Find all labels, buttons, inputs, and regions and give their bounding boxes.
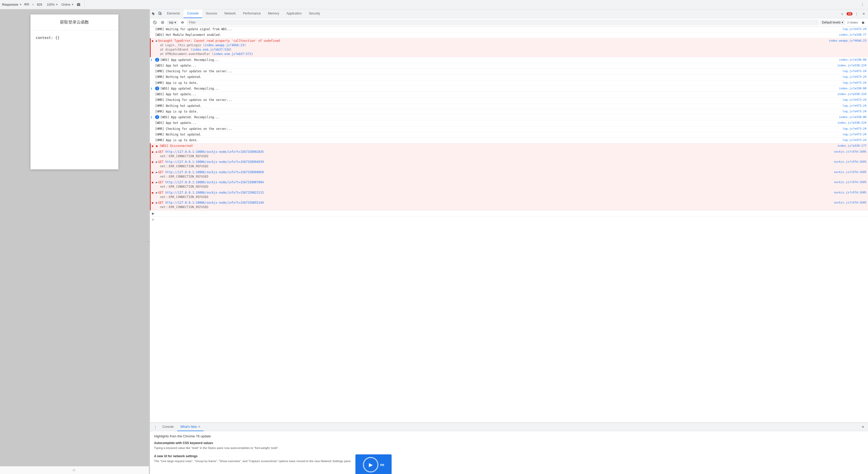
tab-memory[interactable]: Memory bbox=[265, 9, 283, 18]
inspect-element-button[interactable] bbox=[150, 10, 157, 17]
stack-link[interactable]: index.esm.js?eb37:572 bbox=[214, 52, 251, 56]
bottom-panel-more-options[interactable]: ⋮ bbox=[152, 424, 159, 430]
bottom-panel-close-button[interactable]: ✕ bbox=[860, 424, 866, 430]
prompt-expand[interactable]: ▶ bbox=[152, 212, 154, 215]
row-source-link[interactable]: index.js?a338:224 bbox=[832, 64, 866, 68]
row-source-link[interactable]: index.js?a338:77 bbox=[834, 33, 866, 37]
error-icon: ● bbox=[152, 160, 154, 165]
log-levels-button[interactable]: Default levels ▾ bbox=[820, 20, 845, 25]
tab-security[interactable]: Security bbox=[305, 9, 323, 18]
console-prompt-arrow: > bbox=[152, 217, 154, 222]
clear-console-button[interactable] bbox=[152, 19, 158, 26]
whats-new-thumbnail[interactable]: ▶ ne bbox=[355, 454, 392, 474]
screenshot-button[interactable] bbox=[75, 1, 82, 8]
row-source-link[interactable]: log.js?e473:24 bbox=[837, 138, 866, 142]
row-source-link[interactable]: log.js?e473:24 bbox=[837, 69, 866, 74]
height-value[interactable]: 829 bbox=[36, 3, 43, 6]
network-label[interactable]: Online bbox=[61, 3, 70, 6]
resize-handle[interactable]: ⁞ bbox=[148, 9, 149, 474]
expand-arrow[interactable]: ▶ bbox=[156, 191, 158, 195]
console-row: ℹ 2 [WDS] App updated. Recompiling... in… bbox=[150, 114, 868, 120]
error-sub: net::ERR_CONNECTION_REFUSED bbox=[156, 205, 866, 209]
row-source-link[interactable]: index.js?a338:224 bbox=[832, 121, 866, 125]
expand-arrow[interactable]: ▶ bbox=[156, 180, 158, 184]
width-value[interactable]: 400 bbox=[23, 3, 30, 6]
drag-handle-dots: ⁞ bbox=[147, 241, 150, 243]
main-layout: 获取登录云函数 context: {} ⁞ ≡ Elements bbox=[0, 9, 868, 474]
bottom-panel-body: Highlights from the Chrome 76 update Aut… bbox=[150, 431, 868, 474]
expand-arrow[interactable]: ▶ bbox=[156, 201, 158, 205]
row-source-link[interactable]: index.js?a338:80 bbox=[834, 87, 866, 91]
row-message: [HMR] Nothing hot updated. bbox=[155, 104, 837, 108]
console-row: [WDS] App hot update... index.js?a338:22… bbox=[150, 92, 868, 97]
stack-link[interactable]: index.weapp.js?46b6:23 bbox=[205, 43, 244, 47]
row-source-link[interactable]: log.js?e473:24 bbox=[837, 132, 866, 137]
info-icon: ℹ bbox=[151, 58, 152, 63]
row-source-link[interactable]: sockjs.js?c97d:1605 bbox=[829, 180, 866, 184]
row-source-link[interactable]: index.js?a338:177 bbox=[832, 144, 866, 148]
preserve-log-button[interactable] bbox=[159, 19, 166, 26]
row-source-link[interactable]: sockjs.js?c97d:1605 bbox=[829, 201, 866, 205]
row-source-link[interactable]: sockjs.js?c97d:1605 bbox=[829, 170, 866, 174]
tab-console[interactable]: Console bbox=[184, 9, 202, 18]
row-source-link[interactable]: index.js?a338:80 bbox=[834, 58, 866, 62]
row-message: [WDS] App hot update... bbox=[155, 64, 832, 68]
row-source-link[interactable]: log.js?e473:24 bbox=[837, 75, 866, 79]
tab-application[interactable]: Application bbox=[283, 9, 305, 18]
row-message: [HMR] Nothing hot updated. bbox=[155, 132, 837, 137]
console-row: [HMR] Nothing hot updated. log.js?e473:2… bbox=[150, 74, 868, 80]
row-source-link[interactable]: index.js?a338:224 bbox=[832, 92, 866, 97]
row-source-link[interactable]: index.js?a338:80 bbox=[834, 115, 866, 120]
error-sub: net::ERR_CONNECTION_REFUSED bbox=[156, 154, 866, 159]
tab-elements[interactable]: Elements bbox=[163, 9, 184, 18]
row-source-link[interactable]: log.js?e473:24 bbox=[837, 27, 866, 32]
eye-button[interactable] bbox=[179, 19, 186, 26]
expand-arrow[interactable]: ▶ bbox=[156, 150, 158, 154]
expand-arrow[interactable]: ▶ bbox=[156, 39, 158, 43]
filter-input[interactable] bbox=[187, 20, 819, 25]
zoom-dropdown-icon: ▾ bbox=[56, 3, 58, 6]
zoom-label[interactable]: 100% bbox=[47, 3, 55, 6]
row-source-link[interactable]: sockjs.js?c97d:1605 bbox=[829, 160, 866, 164]
bottom-tab-whats-new[interactable]: What's New ✕ bbox=[177, 423, 204, 431]
tab-performance[interactable]: Performance bbox=[239, 9, 265, 18]
expand-arrow[interactable]: ▶ bbox=[156, 160, 158, 164]
bottom-tab-close-button[interactable]: ✕ bbox=[198, 425, 200, 429]
context-selector[interactable]: top ▾ bbox=[167, 20, 178, 25]
device-toolbar-button[interactable] bbox=[157, 10, 163, 17]
context-value: top bbox=[169, 21, 174, 24]
tab-more-actions: » 13 ⋮ ✕ bbox=[839, 10, 868, 17]
tab-network[interactable]: Network bbox=[221, 9, 239, 18]
more-options-button[interactable]: ⋮ bbox=[859, 1, 866, 8]
error-icon: ● bbox=[152, 150, 154, 155]
console-row: [HMR] Checking for updates on the server… bbox=[150, 97, 868, 103]
devtools-more-options[interactable]: ⋮ bbox=[853, 10, 860, 17]
repeat-count: 2 bbox=[155, 87, 159, 90]
more-tabs-button[interactable]: » bbox=[839, 10, 845, 17]
row-source-link[interactable]: sockjs.js?c97d:1605 bbox=[829, 191, 866, 195]
row-source-link[interactable]: index.weapp.js?46b6:23 bbox=[824, 39, 866, 43]
more-options-icon: ⋮ bbox=[861, 3, 864, 6]
svg-rect-1 bbox=[160, 13, 161, 15]
bottom-bar-decoration: ≡ bbox=[73, 468, 76, 473]
row-message: [WDS] App hot update... bbox=[155, 121, 832, 125]
row-source-link[interactable]: sockjs.js?c97d:1605 bbox=[829, 150, 866, 154]
row-source-link[interactable]: log.js?e473:24 bbox=[837, 98, 866, 102]
error-icon: ● bbox=[152, 201, 154, 205]
row-message: GET http://127.0.0.1:10086/sockjs-node/i… bbox=[158, 191, 829, 195]
stack-link[interactable]: index.esm.js?eb37:534 bbox=[192, 48, 230, 52]
row-source-link[interactable]: log.js?e473:24 bbox=[837, 109, 866, 114]
row-source-link[interactable]: log.js?e473:24 bbox=[837, 127, 866, 131]
expand-arrow[interactable]: ▶ bbox=[156, 170, 158, 174]
stack-trace-line: at HTMLDocument.eventHandler (index.esm.… bbox=[156, 52, 866, 56]
devtools-close-button[interactable]: ✕ bbox=[860, 10, 867, 17]
preview-body: context: {} bbox=[31, 30, 118, 45]
console-input[interactable] bbox=[156, 217, 866, 221]
bottom-tab-console[interactable]: Console bbox=[159, 423, 177, 431]
row-source-link[interactable]: log.js?e473:24 bbox=[837, 104, 866, 108]
console-row: [WDS] App hot update... index.js?a338:22… bbox=[150, 120, 868, 126]
tab-sources[interactable]: Sources bbox=[202, 9, 221, 18]
preview-frame: 获取登录云函数 context: {} bbox=[31, 14, 118, 169]
console-settings-button[interactable] bbox=[860, 19, 866, 26]
row-source-link[interactable]: log.js?e473:24 bbox=[837, 81, 866, 85]
